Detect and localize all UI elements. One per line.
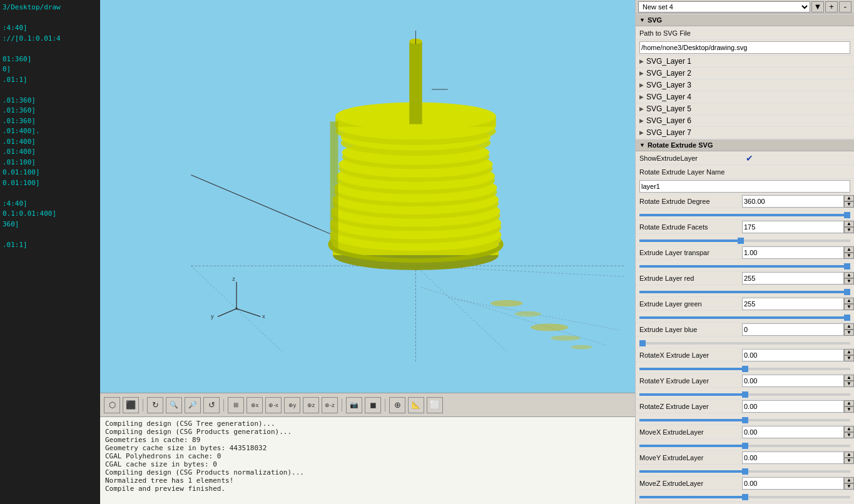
extrude-field-row-4: Extrude Layer green▲▼ bbox=[636, 297, 854, 311]
code-line: .01:360] bbox=[3, 106, 98, 116]
svg-layer-item[interactable]: ▶SVG_Layer 6 bbox=[636, 115, 854, 127]
extrude-field-spin-up-11[interactable]: ▲ bbox=[844, 477, 854, 483]
view-x-btn[interactable]: ⊕x bbox=[247, 397, 263, 413]
svg-path-row: Path to SVG File bbox=[636, 26, 854, 40]
extrude-slider-8[interactable] bbox=[639, 419, 850, 421]
extrude-field-spin-up-3[interactable]: ▲ bbox=[844, 272, 854, 278]
svg-point-11 bbox=[551, 335, 581, 341]
extrude-field-input-2[interactable] bbox=[742, 246, 844, 259]
extrude-field-spin-up-1[interactable]: ▲ bbox=[844, 221, 854, 227]
svg-path-input[interactable] bbox=[639, 41, 850, 54]
rotate-extrude-section-header[interactable]: ▼ Rotate Extrude SVG bbox=[636, 139, 854, 151]
extrude-field-input-0[interactable] bbox=[742, 195, 844, 208]
extrude-field-input-9[interactable] bbox=[742, 426, 844, 438]
crosshair-btn[interactable]: ⊕ bbox=[389, 397, 405, 413]
extrude-field-input-6[interactable] bbox=[742, 349, 844, 361]
svg-section-arrow: ▼ bbox=[639, 17, 645, 23]
extrude-field-label-7: RotateY Extrude Layer bbox=[636, 376, 742, 386]
extrude-field-input-3[interactable] bbox=[742, 272, 844, 285]
solid-btn[interactable]: ⬛ bbox=[123, 397, 139, 413]
extrude-slider-7[interactable] bbox=[639, 393, 850, 396]
toolbar-sep-3 bbox=[342, 399, 342, 411]
extrude-slider-11[interactable] bbox=[639, 496, 850, 498]
extrude-slider-4[interactable] bbox=[639, 316, 850, 319]
extrude-field-spin-up-2[interactable]: ▲ bbox=[844, 246, 854, 253]
extrude-slider-row-9 bbox=[636, 439, 854, 451]
svg-layer-item[interactable]: ▶SVG_Layer 4 bbox=[636, 91, 854, 103]
extrude-slider-2[interactable] bbox=[639, 265, 850, 268]
layer-name: SVG_Layer 4 bbox=[646, 93, 691, 101]
extrude-field-spin-down-9[interactable]: ▼ bbox=[844, 432, 854, 438]
svg-section-header[interactable]: ▼ SVG bbox=[636, 14, 854, 26]
extrude-field-input-1[interactable] bbox=[742, 221, 844, 233]
view-neg-x-btn[interactable]: ⊕-x bbox=[265, 397, 282, 413]
dropdown-arrow-btn[interactable]: ▼ bbox=[811, 1, 824, 13]
extrude-field-input-11[interactable] bbox=[742, 477, 844, 490]
extrude-field-spin-down-1[interactable]: ▼ bbox=[844, 227, 854, 233]
code-line: .01:1] bbox=[3, 75, 98, 86]
svg-point-10 bbox=[531, 323, 568, 331]
extrude-field-spin-up-10[interactable]: ▲ bbox=[844, 451, 854, 458]
extrude-field-spin-down-8[interactable]: ▼ bbox=[844, 406, 854, 413]
rotate-extrude-content: ShowExtrudeLayer ✔ Rotate Extrude Layer … bbox=[636, 151, 854, 502]
svg-layer-item[interactable]: ▶SVG_Layer 7 bbox=[636, 127, 854, 139]
zoom-out-btn[interactable]: 🔎 bbox=[185, 397, 201, 413]
extrude-field-label-3: Extrude Layer red bbox=[636, 273, 742, 283]
extrude-slider-6[interactable] bbox=[639, 368, 850, 370]
code-editor-panel: 3/Desktop/draw :4:40]://[0.1:0.01:4 01:3… bbox=[0, 0, 100, 504]
perspective-btn[interactable]: ⬡ bbox=[104, 397, 120, 413]
extrude-field-spin-down-2[interactable]: ▼ bbox=[844, 253, 854, 259]
view-neg-z-btn[interactable]: ⊕-z bbox=[322, 397, 338, 413]
extrude-field-input-8[interactable] bbox=[742, 400, 844, 413]
extrude-field-spin-down-5[interactable]: ▼ bbox=[844, 330, 854, 336]
bbox-btn[interactable]: ⬜ bbox=[427, 397, 443, 413]
extrude-field-spin-up-9[interactable]: ▲ bbox=[844, 426, 854, 432]
layer-arrow: ▶ bbox=[639, 58, 644, 64]
extrude-field-spin-down-3[interactable]: ▼ bbox=[844, 278, 854, 285]
extrude-slider-10[interactable] bbox=[639, 470, 850, 473]
zoom-in-btn[interactable]: 🔍 bbox=[166, 397, 182, 413]
extrude-slider-3[interactable] bbox=[639, 291, 850, 293]
measure-btn[interactable]: 📐 bbox=[408, 397, 424, 413]
extrude-field-spin-down-4[interactable]: ▼ bbox=[844, 304, 854, 310]
svg-layer-item[interactable]: ▶SVG_Layer 2 bbox=[636, 68, 854, 79]
extrude-field-spin-up-6[interactable]: ▲ bbox=[844, 349, 854, 355]
extrude-field-spin-down-7[interactable]: ▼ bbox=[844, 381, 854, 387]
extrude-slider-5[interactable] bbox=[639, 342, 850, 345]
reset-btn[interactable]: ↺ bbox=[203, 397, 220, 413]
rotate-btn[interactable]: ↻ bbox=[147, 397, 163, 413]
view-all-btn[interactable]: ⊞ bbox=[228, 397, 244, 413]
extrude-field-spin-up-8[interactable]: ▲ bbox=[844, 400, 854, 406]
svg-layer-item[interactable]: ▶SVG_Layer 1 bbox=[636, 56, 854, 68]
view-z-btn[interactable]: ⊕z bbox=[303, 397, 319, 413]
svg-layers-list: ▶SVG_Layer 1▶SVG_Layer 2▶SVG_Layer 3▶SVG… bbox=[636, 56, 854, 139]
add-set-btn[interactable]: + bbox=[825, 1, 838, 13]
extrude-field-value-2: ▲▼ bbox=[742, 246, 854, 259]
extrude-slider-0[interactable] bbox=[639, 214, 850, 216]
extrude-layer-name-input[interactable] bbox=[639, 180, 850, 193]
svg-layer-item[interactable]: ▶SVG_Layer 3 bbox=[636, 79, 854, 91]
extrude-field-input-10[interactable] bbox=[742, 451, 844, 464]
set-dropdown[interactable]: New set 4 bbox=[638, 1, 810, 13]
extrude-field-spin-up-4[interactable]: ▲ bbox=[844, 298, 854, 304]
svg-point-51 bbox=[235, 308, 237, 310]
svg-layer-item[interactable]: ▶SVG_Layer 5 bbox=[636, 103, 854, 115]
camera-btn[interactable]: 📷 bbox=[346, 397, 362, 413]
extrude-slider-1[interactable] bbox=[639, 239, 850, 242]
extrude-field-spin-up-5[interactable]: ▲ bbox=[844, 323, 854, 330]
extrude-field-input-4[interactable] bbox=[742, 298, 844, 310]
extrude-field-input-7[interactable] bbox=[742, 375, 844, 387]
extrude-field-spin-down-11[interactable]: ▼ bbox=[844, 483, 854, 490]
extrude-field-spin-up-0[interactable]: ▲ bbox=[844, 195, 854, 201]
extrude-slider-9[interactable] bbox=[639, 445, 850, 447]
view-y-btn[interactable]: ⊕y bbox=[284, 397, 300, 413]
extrude-field-input-5[interactable] bbox=[742, 323, 844, 336]
extrude-field-value-3: ▲▼ bbox=[742, 272, 854, 285]
viewport-3d[interactable]: z y x bbox=[100, 0, 635, 393]
extrude-field-spin-down-10[interactable]: ▼ bbox=[844, 458, 854, 464]
cube-btn[interactable]: ◼ bbox=[365, 397, 381, 413]
extrude-field-spin-down-6[interactable]: ▼ bbox=[844, 355, 854, 361]
extrude-field-spin-up-7[interactable]: ▲ bbox=[844, 375, 854, 381]
remove-set-btn[interactable]: - bbox=[839, 1, 851, 13]
extrude-field-spin-down-0[interactable]: ▼ bbox=[844, 201, 854, 208]
